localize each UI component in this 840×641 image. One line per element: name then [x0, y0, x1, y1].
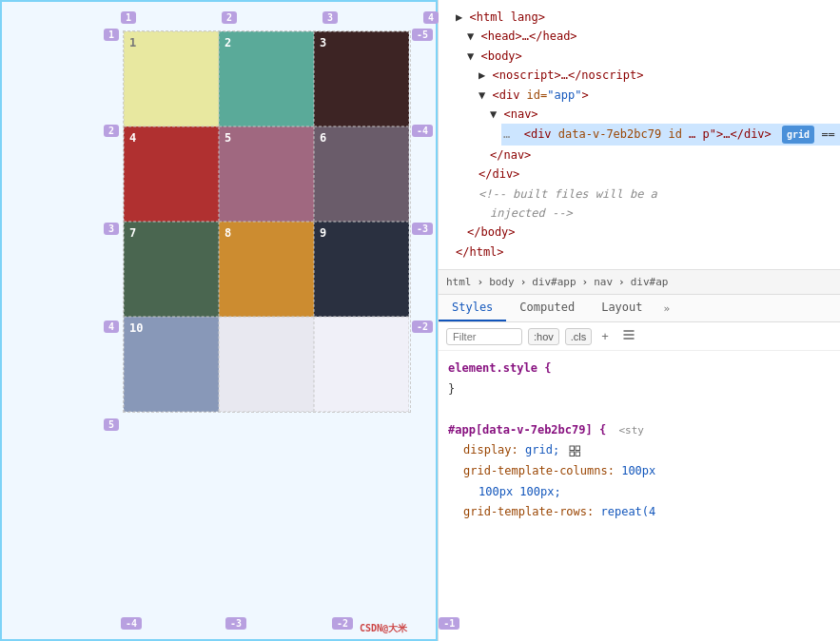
cell-number-8: 8: [225, 226, 231, 240]
filter-cls-button[interactable]: .cls: [565, 328, 593, 345]
tree-line-comment: <!-- built files will be a: [448, 185, 840, 204]
ellipsis-icon: …: [503, 127, 510, 141]
tab-styles[interactable]: Styles: [439, 295, 506, 321]
col-label-4: 4: [423, 11, 439, 24]
grid-cell-9: 9: [314, 222, 409, 317]
tree-line-head: ▼ <head>…</head>: [448, 27, 840, 46]
grid-cell-8: 8: [219, 222, 314, 317]
selected-tree-row[interactable]: … <div data-v-7eb2bc79 id … p">…</div> g…: [501, 124, 840, 145]
cell-number-2: 2: [225, 36, 231, 49]
grid-cell-1: 1: [124, 31, 219, 126]
breadcrumb-nav[interactable]: nav: [594, 276, 613, 288]
col-label-2: 2: [222, 11, 237, 24]
html-tree: ▶ <html lang> ▼ <head>…</head> ▼ <body> …: [439, 0, 840, 270]
tree-line-selected[interactable]: … <div data-v-7eb2bc79 id … p">…</div> g…: [448, 124, 840, 145]
cell-number-4: 4: [129, 131, 136, 145]
row-label-2: 2: [104, 125, 119, 137]
tree-line-noscript: ▶ <noscript>…</noscript>: [448, 66, 840, 85]
filter-bar: :hov .cls +: [439, 322, 840, 351]
right-panel: ▶ <html lang> ▼ <head>…</head> ▼ <body> …: [438, 0, 840, 641]
cell-number-5: 5: [225, 131, 231, 145]
row-right-label-4: -2: [412, 320, 433, 333]
tree-line-body: ▼ <body>: [448, 47, 840, 66]
tree-line-html-close: </html>: [448, 243, 840, 262]
svg-rect-2: [570, 452, 575, 456]
tree-line-body-close: </body>: [448, 223, 840, 242]
col-bottom-label-2: -3: [225, 617, 246, 630]
cell-number-6: 6: [320, 131, 326, 145]
tree-line-nav: ▼ <nav>: [448, 105, 840, 124]
cell-number-10: 10: [129, 321, 143, 335]
tree-line-html: ▶ <html lang>: [448, 8, 840, 27]
row-rulers-right: -5 -4 -3 -2: [412, 29, 433, 78]
tree-line-comment-2: injected -->: [448, 204, 840, 223]
col-bottom-label-4: -1: [439, 617, 459, 630]
css-grid: 1 2 3 4 5 6 7 8: [123, 30, 411, 413]
css-rules: element.style { } #app[data-v-7eb2bc79] …: [439, 351, 840, 641]
rule-app: #app[data-v-7eb2bc79] { <sty display: gr…: [448, 420, 840, 523]
col-bottom-label-1: -4: [121, 617, 142, 630]
left-panel: 1 2 3 4 1 2 3 4 5 -5 -4 -3 -2 -4 -3 -2 -…: [0, 0, 438, 641]
css-prop-columns: grid-template-columns: 100px 100px 100px…: [448, 464, 655, 498]
breadcrumb-html[interactable]: html: [446, 276, 472, 288]
row-right-label-1: -5: [412, 29, 433, 41]
tree-line-div-close: </div>: [448, 165, 840, 184]
col-label-1: 1: [121, 11, 136, 24]
breadcrumb-bar: html › body › div#app › nav › div#ap: [439, 270, 840, 295]
filter-input[interactable]: [446, 328, 522, 345]
cell-number-7: 7: [129, 226, 136, 240]
row-right-label-2: -4: [412, 125, 433, 137]
grid-cells-container: 1 2 3 4 5 6 7 8: [123, 30, 411, 413]
tree-line-divapp: ▼ <div id="app">: [448, 86, 840, 105]
css-prop-display: display: grid;: [448, 443, 581, 456]
element-style-selector: element.style {: [448, 361, 551, 375]
row-right-label-3: -3: [412, 223, 433, 235]
grid-cell-5: 5: [219, 126, 314, 222]
filter-hov-button[interactable]: :hov: [528, 328, 559, 345]
grid-badge: grid: [782, 126, 814, 144]
grid-cell-4: 4: [124, 126, 219, 222]
grid-cell-12: [314, 317, 409, 412]
row-rulers-left: 1 2 3 4 5: [104, 29, 119, 90]
css-prop-rows: grid-template-rows: repeat(4: [448, 505, 655, 518]
cell-number-9: 9: [320, 226, 326, 240]
breadcrumb-body[interactable]: body: [489, 276, 515, 288]
tab-computed[interactable]: Computed: [506, 295, 588, 321]
cell-number-1: 1: [129, 36, 136, 49]
tree-line-nav-close: </nav>: [448, 146, 840, 165]
col-rulers-bottom: -4 -3 -2 -1: [121, 617, 205, 630]
rule-element-style: element.style { }: [448, 359, 840, 399]
tab-more-icon[interactable]: »: [656, 297, 678, 320]
grid-cell-10: 10: [124, 317, 219, 412]
breadcrumb-divapp[interactable]: div#app: [532, 276, 576, 288]
grid-cell-7: 7: [124, 222, 219, 317]
svg-rect-3: [576, 452, 580, 456]
grid-cell-11: [219, 317, 314, 412]
breadcrumb-divap[interactable]: div#ap: [631, 276, 669, 288]
row-label-4: 4: [104, 320, 119, 333]
svg-rect-1: [576, 446, 580, 451]
element-style-close: }: [448, 382, 455, 396]
col-rulers-top: 1 2 3 4: [121, 11, 182, 24]
watermark: CSDN@大米: [360, 622, 407, 635]
svg-rect-0: [570, 446, 575, 451]
add-style-button[interactable]: +: [597, 327, 613, 345]
settings-icon-button[interactable]: [618, 326, 639, 346]
row-label-5: 5: [104, 418, 119, 431]
row-label-1: 1: [104, 29, 119, 41]
grid-cell-6: 6: [314, 126, 409, 222]
col-bottom-label-3: -2: [332, 617, 353, 630]
cell-number-3: 3: [320, 36, 326, 49]
tabs-bar: Styles Computed Layout »: [439, 295, 840, 322]
col-label-3: 3: [322, 11, 338, 24]
grid-icon[interactable]: [569, 444, 581, 456]
rule-source: <sty: [618, 424, 644, 437]
tab-layout[interactable]: Layout: [588, 295, 655, 321]
row-label-3: 3: [104, 223, 119, 235]
app-selector: #app[data-v-7eb2bc79] {: [448, 423, 606, 437]
grid-cell-2: 2: [219, 31, 314, 126]
grid-cell-3: 3: [314, 31, 409, 126]
